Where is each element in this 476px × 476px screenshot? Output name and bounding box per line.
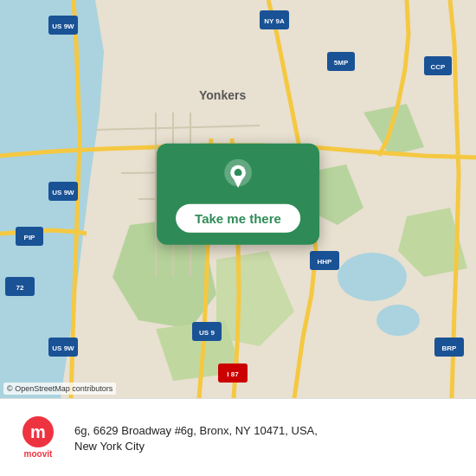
svg-text:72: 72 (16, 284, 24, 292)
svg-point-2 (338, 253, 407, 301)
svg-point-3 (376, 305, 420, 336)
svg-text:US 9W: US 9W (52, 189, 74, 196)
svg-text:NY 9A: NY 9A (264, 17, 285, 25)
moovit-m-letter: m (30, 423, 46, 441)
svg-text:5MP: 5MP (334, 59, 349, 67)
svg-text:US 9W: US 9W (52, 344, 74, 352)
location-card: Take me there (157, 144, 319, 245)
address-block: 6g, 6629 Broadway #6g, Bronx, NY 10471, … (74, 422, 464, 453)
svg-text:Yonkers: Yonkers (199, 88, 246, 102)
svg-text:I 87: I 87 (227, 370, 239, 378)
app: US 9W US 9W US 9W NY 9A 5MP CCP PIP HHP (0, 0, 476, 476)
moovit-logo: m moovit (12, 416, 64, 459)
moovit-brand-label: moovit (24, 449, 53, 459)
svg-point-43 (235, 169, 242, 177)
svg-text:HHP: HHP (318, 258, 333, 266)
address-line2: New York City (74, 440, 464, 453)
svg-text:US 9: US 9 (199, 329, 215, 337)
map-pin-icon (219, 159, 257, 197)
svg-text:BRP: BRP (442, 344, 458, 352)
svg-text:CCP: CCP (431, 63, 447, 71)
svg-text:US 9W: US 9W (52, 23, 74, 30)
svg-text:PIP: PIP (24, 234, 36, 241)
info-bar: m moovit 6g, 6629 Broadway #6g, Bronx, N… (0, 398, 476, 476)
map-container: US 9W US 9W US 9W NY 9A 5MP CCP PIP HHP (0, 0, 476, 398)
attribution-text: © OpenStreetMap contributors (7, 384, 113, 393)
moovit-icon: m (23, 416, 54, 447)
address-line1: 6g, 6629 Broadway #6g, Bronx, NY 10471, … (74, 422, 464, 440)
osm-attribution: © OpenStreetMap contributors (3, 383, 116, 395)
take-me-there-button[interactable]: Take me there (176, 204, 300, 233)
